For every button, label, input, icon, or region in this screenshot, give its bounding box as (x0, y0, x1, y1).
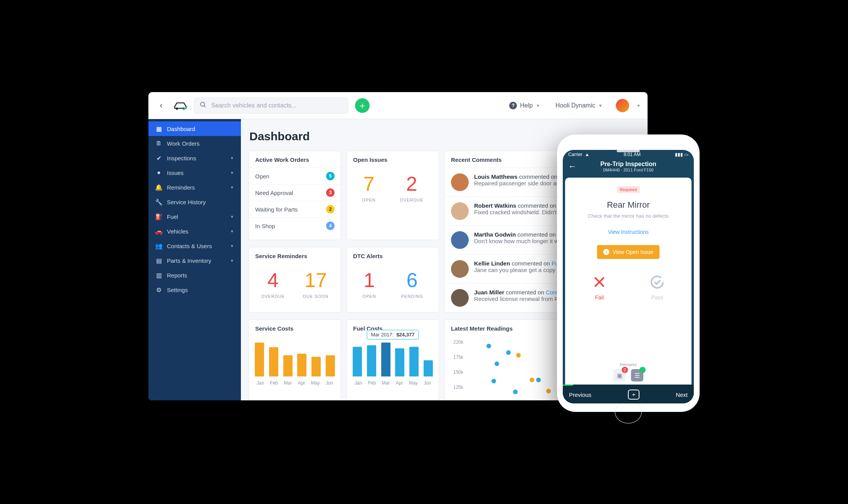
status-carrier: Carrier ▲ (568, 152, 589, 157)
scatter-point[interactable] (495, 361, 499, 366)
x-icon (592, 274, 607, 290)
y-tick: 125k (448, 385, 463, 390)
sidebar-item-vehicles[interactable]: 🚗Vehicles▼ (148, 224, 241, 239)
sidebar-item-inspections[interactable]: ✔Inspections▼ (148, 151, 241, 165)
x-tick: Mar (284, 380, 292, 386)
count-badge: 5 (326, 172, 335, 180)
phone-speaker (617, 150, 640, 152)
work-order-row[interactable]: Open5 (249, 168, 341, 184)
card-service-costs: Service Costs JanFebMarAprMayJun (249, 319, 341, 400)
remarks-camera-button[interactable]: ▣ 0 (613, 369, 626, 381)
metric-due-soon[interactable]: 17 DUE SOON (303, 270, 329, 299)
scatter-point[interactable] (506, 350, 511, 355)
account-menu[interactable]: Hooli Dynamic ▼ (555, 102, 602, 109)
check-icon: ✔ (155, 155, 162, 161)
chart-bar[interactable] (311, 357, 321, 376)
card-title: Open Issues (347, 151, 439, 168)
card-open-issues: Open Issues 7 OPEN 2 OVERDUE (347, 151, 439, 240)
prev-button[interactable]: Previous (569, 391, 591, 398)
count-badge: 4 (326, 222, 335, 230)
chart-bar[interactable] (424, 360, 433, 376)
nav-label: Reports (167, 272, 187, 279)
inspection-item-desc: Check that the mirror has no defects (570, 213, 686, 219)
chart-bar[interactable] (367, 345, 376, 376)
bell-icon: 🔔 (155, 184, 162, 191)
sidebar-item-dashboard[interactable]: ▦Dashboard (148, 121, 241, 136)
check-circle-icon (649, 274, 665, 290)
logo[interactable] (172, 100, 188, 111)
help-menu[interactable]: ? Help ▼ (509, 102, 540, 109)
nav-label: Reminders (167, 184, 195, 191)
camera-badge: 0 (622, 367, 628, 373)
chart-bar[interactable] (326, 355, 335, 376)
sidebar-item-service-history[interactable]: 🔧Service History (148, 195, 241, 209)
metric-value: 6 (401, 270, 423, 290)
pass-button[interactable]: Pass (649, 274, 665, 301)
phone-subtitle: 0M4HH0 · 2011 Ford F150 (568, 168, 688, 172)
chart-bar[interactable] (409, 347, 419, 376)
scatter-point[interactable] (486, 344, 491, 348)
search-input[interactable] (211, 102, 342, 109)
metric-open[interactable]: 1 OPEN (362, 270, 376, 299)
x-tick: May (311, 380, 320, 386)
chart-bar[interactable] (297, 354, 306, 376)
work-order-row[interactable]: Need Approval3 (249, 184, 341, 201)
add-button[interactable]: ＋ (355, 98, 370, 113)
nav-label: Service History (167, 199, 206, 205)
metric-label: OPEN (362, 198, 375, 202)
chart-bar[interactable] (381, 343, 390, 376)
scatter-point[interactable] (491, 379, 496, 383)
sidebar-item-settings[interactable]: ⚙Settings (148, 282, 241, 297)
sidebar-item-fuel[interactable]: ⛽Fuel▼ (148, 209, 241, 224)
sidebar-item-reminders[interactable]: 🔔Reminders▼ (148, 180, 241, 195)
sidebar-item-reports[interactable]: ▥Reports (148, 268, 241, 282)
info-icon: i (603, 249, 609, 255)
work-order-row[interactable]: Waiting for Parts2 (249, 201, 341, 217)
card-fuel-costs: Fuel Costs Mar 2017: $24,377 JanFebMarAp… (347, 319, 439, 400)
sidebar-item-parts-inventory[interactable]: ▤Parts & Inventory▼ (148, 253, 241, 268)
fail-button[interactable]: Fail (592, 274, 607, 301)
gear-icon: ⚙ (155, 286, 162, 293)
phone-home-button[interactable] (615, 400, 642, 423)
chart-bar[interactable] (255, 343, 264, 376)
view-instructions-link[interactable]: View Instructions (570, 229, 686, 235)
nav-label: Work Orders (167, 140, 200, 147)
chart-bar[interactable] (395, 348, 404, 376)
x-tick: Feb (270, 380, 278, 386)
comment-avatar (451, 260, 469, 278)
scatter-point[interactable] (513, 390, 518, 394)
y-tick: 175k (448, 354, 463, 360)
metric-overdue[interactable]: 4 OVERDUE (261, 270, 284, 299)
view-open-issue-button[interactable]: i View Open Issue (597, 245, 660, 259)
metric-open[interactable]: 7 OPEN (362, 174, 375, 202)
phone-device: Carrier ▲ 8:01 AM ▮▮▮ ▭ ← Pre-Trip Inspe… (557, 134, 700, 412)
wrench-icon: 🔧 (155, 198, 162, 205)
sidebar-item-work-orders[interactable]: 🗎Work Orders (148, 136, 241, 151)
next-button[interactable]: Next (676, 391, 688, 398)
metric-pending[interactable]: 6 PENDING (401, 270, 423, 299)
footer-add-button[interactable]: ＋ (628, 390, 639, 400)
phone-title: Pre-Trip Inspection (568, 161, 688, 168)
work-order-row[interactable]: In Shop4 (249, 217, 341, 234)
back-button[interactable]: ‹ (155, 100, 167, 111)
scatter-point[interactable] (530, 378, 534, 382)
svg-line-3 (204, 106, 205, 107)
chevron-down-icon[interactable]: ▼ (636, 103, 641, 108)
chevron-down-icon: ▼ (230, 259, 234, 263)
sidebar-item-issues[interactable]: ●Issues▼ (148, 165, 241, 180)
nav-label: Settings (167, 287, 188, 293)
chart-bar[interactable] (283, 355, 293, 376)
chart-bar[interactable] (269, 347, 278, 376)
parts-icon: ▤ (155, 257, 162, 264)
search-box[interactable] (194, 97, 348, 114)
scatter-point[interactable] (546, 389, 551, 393)
scatter-point[interactable] (536, 378, 541, 382)
sidebar-item-contacts-users[interactable]: 👥Contacts & Users▼ (148, 239, 241, 253)
remarks-note-button[interactable]: ☰ (631, 369, 643, 381)
x-tick: Apr (298, 380, 305, 386)
y-tick: 220k (448, 339, 463, 345)
chart-bar[interactable] (353, 347, 362, 376)
metric-overdue[interactable]: 2 OVERDUE (400, 174, 423, 202)
scatter-point[interactable] (516, 353, 521, 358)
user-avatar[interactable] (616, 99, 629, 113)
